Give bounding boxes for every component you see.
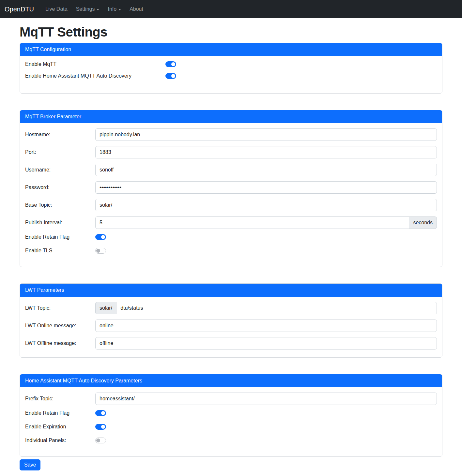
card-mqtt-configuration: MqTT Configuration Enable MqTT Enable Ho… bbox=[20, 43, 442, 94]
page-title: MqTT Settings bbox=[20, 25, 442, 39]
save-button[interactable]: Save bbox=[20, 459, 40, 470]
enable-hass-discovery-toggle[interactable] bbox=[165, 73, 176, 79]
lwt-topic-prefix-addon: solar/ bbox=[95, 302, 116, 314]
lwt-online-message-label: LWT Online message: bbox=[25, 323, 95, 329]
username-label: Username: bbox=[25, 167, 95, 173]
content: MqTT Settings MqTT Configuration Enable … bbox=[20, 25, 442, 470]
enable-mqtt-toggle[interactable] bbox=[165, 61, 176, 67]
prefix-topic-label: Prefix Topic: bbox=[25, 396, 95, 402]
individual-panels-toggle[interactable] bbox=[95, 438, 106, 443]
port-input[interactable] bbox=[95, 146, 437, 158]
nav-item-live-data[interactable]: Live Data bbox=[42, 4, 70, 15]
hass-retain-flag-toggle[interactable] bbox=[95, 410, 106, 416]
nav-item-label: About bbox=[130, 6, 143, 12]
password-label: Password: bbox=[25, 185, 95, 190]
individual-panels-label: Individual Panels: bbox=[25, 438, 95, 443]
navbar: OpenDTU Live Data Settings Info About bbox=[0, 0, 462, 18]
card-mqtt-broker-parameter: MqTT Broker Parameter Hostname: Port: Us… bbox=[20, 110, 442, 267]
nav-item-label: Settings bbox=[76, 6, 95, 12]
brand-opendtu[interactable]: OpenDTU bbox=[5, 6, 34, 13]
enable-expiration-toggle[interactable] bbox=[95, 424, 106, 430]
broker-retain-flag-toggle[interactable] bbox=[95, 234, 106, 240]
lwt-offline-message-label: LWT Offline message: bbox=[25, 340, 95, 346]
card-header: LWT Parameters bbox=[20, 284, 442, 297]
base-topic-label: Base Topic: bbox=[25, 202, 95, 208]
nav-item-info[interactable]: Info bbox=[105, 4, 124, 15]
hostname-input[interactable] bbox=[95, 128, 437, 141]
enable-mqtt-label: Enable MqTT bbox=[25, 61, 165, 67]
password-input[interactable] bbox=[95, 181, 437, 194]
nav-item-settings[interactable]: Settings bbox=[73, 4, 102, 15]
card-lwt-parameters: LWT Parameters LWT Topic: solar/ LWT Onl… bbox=[20, 283, 442, 358]
port-label: Port: bbox=[25, 149, 95, 155]
lwt-topic-label: LWT Topic: bbox=[25, 305, 95, 311]
enable-tls-toggle[interactable] bbox=[95, 248, 106, 254]
username-input[interactable] bbox=[95, 164, 437, 176]
lwt-topic-input[interactable] bbox=[116, 302, 437, 314]
prefix-topic-input[interactable] bbox=[95, 393, 437, 405]
enable-tls-label: Enable TLS bbox=[25, 248, 95, 254]
broker-retain-flag-label: Enable Retain Flag bbox=[25, 234, 95, 240]
seconds-addon: seconds bbox=[409, 216, 437, 229]
nav-item-label: Live Data bbox=[45, 6, 68, 12]
card-hass-discovery-parameters: Home Assistant MQTT Auto Discovery Param… bbox=[20, 374, 442, 457]
nav-item-label: Info bbox=[108, 6, 116, 12]
card-header: Home Assistant MQTT Auto Discovery Param… bbox=[20, 374, 442, 387]
lwt-offline-message-input[interactable] bbox=[95, 337, 437, 350]
chevron-down-icon bbox=[97, 9, 99, 10]
card-header: MqTT Broker Parameter bbox=[20, 110, 442, 123]
lwt-online-message-input[interactable] bbox=[95, 320, 437, 332]
chevron-down-icon bbox=[118, 9, 121, 10]
hass-retain-flag-label: Enable Retain Flag bbox=[25, 410, 95, 416]
enable-hass-discovery-label: Enable Home Assistant MQTT Auto Discover… bbox=[25, 73, 165, 79]
nav-item-about[interactable]: About bbox=[127, 4, 146, 15]
publish-interval-label: Publish Interval: bbox=[25, 220, 95, 226]
publish-interval-input[interactable] bbox=[95, 216, 409, 229]
enable-expiration-label: Enable Expiration bbox=[25, 424, 95, 430]
hostname-label: Hostname: bbox=[25, 132, 95, 138]
base-topic-input[interactable] bbox=[95, 199, 437, 211]
card-header: MqTT Configuration bbox=[20, 43, 442, 56]
